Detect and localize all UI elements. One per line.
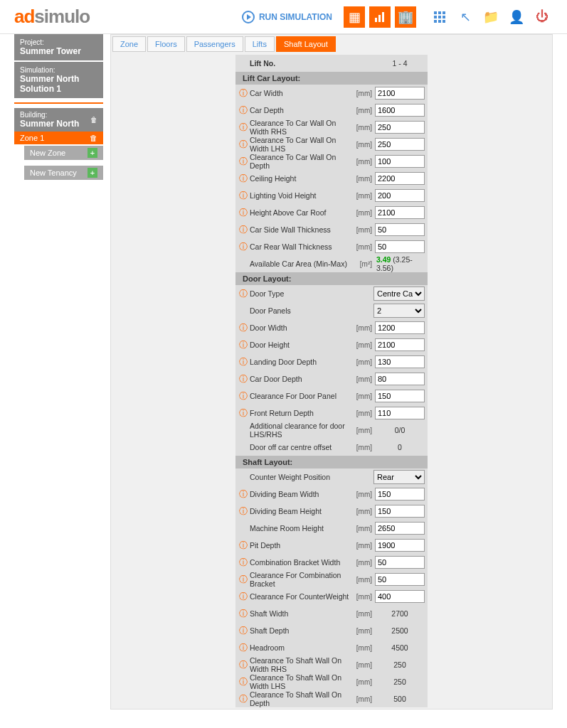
door_width-input[interactable] bbox=[375, 321, 425, 334]
info-icon[interactable]: ⓘ bbox=[238, 625, 248, 637]
info-icon[interactable]: ⓘ bbox=[238, 407, 248, 419]
info-icon[interactable]: ⓘ bbox=[238, 224, 248, 236]
info-icon[interactable]: ⓘ bbox=[238, 693, 248, 705]
unit-label: [mm] bbox=[351, 124, 375, 132]
tab-floors[interactable]: Floors bbox=[147, 36, 185, 52]
front_return-input[interactable] bbox=[375, 407, 425, 419]
info-icon[interactable]: ⓘ bbox=[238, 540, 248, 552]
user-icon[interactable]: 👤 bbox=[506, 6, 527, 28]
car_door_depth-input[interactable] bbox=[375, 373, 425, 385]
info-icon[interactable]: ⓘ bbox=[238, 676, 248, 688]
info-icon[interactable]: ⓘ bbox=[238, 139, 248, 151]
car_width-input[interactable] bbox=[375, 87, 425, 100]
form-row-add_cl: Additional clearance for door LHS/RHS[mm… bbox=[235, 422, 428, 439]
cl_cw-input[interactable] bbox=[375, 590, 425, 603]
info-icon[interactable]: ⓘ bbox=[238, 87, 248, 100]
info-icon[interactable]: ⓘ bbox=[238, 591, 248, 603]
machine_room-input[interactable] bbox=[375, 522, 425, 535]
dashboard-icon[interactable]: ▦ bbox=[344, 6, 365, 28]
form-row-shaft_depth: ⓘShaft Depth[mm]2500 bbox=[235, 622, 428, 639]
form-row-door_off: Door off car centre offset[mm]0 bbox=[235, 439, 428, 456]
field-label: Door Type bbox=[248, 289, 349, 298]
info-icon[interactable]: ⓘ bbox=[238, 173, 248, 185]
power-icon[interactable]: ⏻ bbox=[531, 6, 553, 28]
info-icon[interactable]: ⓘ bbox=[238, 288, 248, 300]
building-header[interactable]: Building: Summer North 🗑 bbox=[14, 108, 103, 132]
field-label: Clearance For Combination Bracket bbox=[248, 571, 351, 588]
door_type-select[interactable]: Centre Car bbox=[373, 287, 425, 301]
info-icon[interactable]: ⓘ bbox=[238, 122, 248, 134]
info-icon[interactable]: ⓘ bbox=[238, 659, 248, 671]
run-simulation-button[interactable]: RUN SIMULATION bbox=[242, 11, 332, 23]
landing_depth-input[interactable] bbox=[375, 355, 425, 368]
info-icon[interactable]: ⓘ bbox=[238, 390, 248, 402]
plus-icon[interactable]: + bbox=[88, 168, 97, 178]
info-icon[interactable]: ⓘ bbox=[238, 356, 248, 368]
cl_depth-input[interactable] bbox=[375, 155, 425, 168]
folder-icon[interactable]: 📁 bbox=[480, 6, 502, 28]
info-icon[interactable]: ⓘ bbox=[238, 207, 248, 219]
zone-item[interactable]: Zone 1 🗑 bbox=[14, 132, 103, 144]
info-icon[interactable]: ⓘ bbox=[238, 642, 248, 654]
new-zone-button[interactable]: New Zone + bbox=[24, 146, 103, 160]
info-icon[interactable]: ⓘ bbox=[238, 190, 248, 202]
info-icon[interactable]: ⓘ bbox=[238, 241, 248, 253]
field-label: Door off car centre offset bbox=[248, 443, 351, 451]
cl_rhs-input[interactable] bbox=[375, 121, 425, 134]
info-icon[interactable]: ⓘ bbox=[238, 557, 248, 569]
tab-passengers[interactable]: Passengers bbox=[186, 36, 243, 52]
info-icon[interactable]: ⓘ bbox=[238, 322, 248, 334]
ceiling-input[interactable] bbox=[375, 172, 425, 185]
add_cl-value: 0/0 bbox=[375, 426, 425, 434]
door_height-input[interactable] bbox=[375, 338, 425, 351]
div_beam_h-input[interactable] bbox=[375, 505, 425, 518]
delete-icon[interactable]: 🗑 bbox=[90, 134, 97, 142]
field-label: Clearance To Shaft Wall On Width LHS bbox=[248, 673, 351, 690]
field-label: Clearance To Car Wall On Width RHS bbox=[248, 119, 351, 136]
form-row-rear_wall: ⓘCar Rear Wall Thickness[mm] bbox=[235, 238, 428, 255]
unit-label: [mm] bbox=[351, 158, 375, 166]
unit-label: [mm] bbox=[351, 661, 375, 669]
info-icon[interactable]: ⓘ bbox=[238, 339, 248, 351]
info-icon[interactable]: ⓘ bbox=[238, 488, 248, 500]
field-label: Clearance To Shaft Wall On Depth bbox=[248, 690, 351, 707]
new-tenancy-button[interactable]: New Tenancy + bbox=[24, 166, 103, 180]
tab-shaft-layout[interactable]: Shaft Layout bbox=[276, 36, 336, 52]
info-icon[interactable]: ⓘ bbox=[238, 156, 248, 168]
info-icon[interactable]: ⓘ bbox=[238, 105, 248, 117]
div_beam_w-input[interactable] bbox=[375, 488, 425, 500]
side_wall-input[interactable] bbox=[375, 223, 425, 236]
rear_wall-input[interactable] bbox=[375, 240, 425, 253]
field-label: Headroom bbox=[248, 643, 351, 652]
chart-icon[interactable] bbox=[369, 6, 391, 28]
form-row-cl_sw_depth: ⓘClearance To Shaft Wall On Depth[mm]500 bbox=[235, 690, 428, 707]
info-icon[interactable]: ⓘ bbox=[238, 574, 248, 586]
cl_comb-input[interactable] bbox=[375, 573, 425, 586]
pit_depth-input[interactable] bbox=[375, 539, 425, 552]
info-icon[interactable]: ⓘ bbox=[238, 608, 248, 620]
delete-icon[interactable]: 🗑 bbox=[90, 116, 97, 124]
tab-lifts[interactable]: Lifts bbox=[245, 36, 275, 52]
cl_lhs-input[interactable] bbox=[375, 138, 425, 151]
building-icon[interactable]: 🏢 bbox=[395, 6, 416, 28]
form-row-cl_comb: ⓘClearance For Combination Bracket[mm] bbox=[235, 571, 428, 588]
form-row-car_area: Available Car Area (Min-Max)[m²]3.49 (3.… bbox=[235, 255, 428, 272]
car_depth-input[interactable] bbox=[375, 104, 425, 117]
door_panels-select[interactable]: 2 bbox=[373, 304, 425, 318]
plus-icon[interactable]: + bbox=[88, 148, 97, 158]
svg-rect-11 bbox=[443, 20, 445, 23]
info-icon[interactable]: ⓘ bbox=[238, 505, 248, 518]
lighting-input[interactable] bbox=[375, 189, 425, 202]
unit-label: [mm] bbox=[351, 341, 375, 349]
above_roof-input[interactable] bbox=[375, 206, 425, 219]
cl_panel-input[interactable] bbox=[375, 390, 425, 402]
comb_bracket-input[interactable] bbox=[375, 556, 425, 569]
form-row-door_width: ⓘDoor Width[mm] bbox=[235, 319, 428, 336]
cw_pos-select[interactable]: Rear bbox=[373, 470, 425, 484]
grid-icon[interactable] bbox=[429, 6, 450, 28]
tab-zone[interactable]: Zone bbox=[112, 36, 146, 52]
unit-label: [mm] bbox=[351, 226, 375, 234]
field-label: Door Panels bbox=[248, 306, 349, 315]
info-icon[interactable]: ⓘ bbox=[238, 373, 248, 385]
arrow-icon[interactable]: ↖ bbox=[455, 6, 476, 28]
